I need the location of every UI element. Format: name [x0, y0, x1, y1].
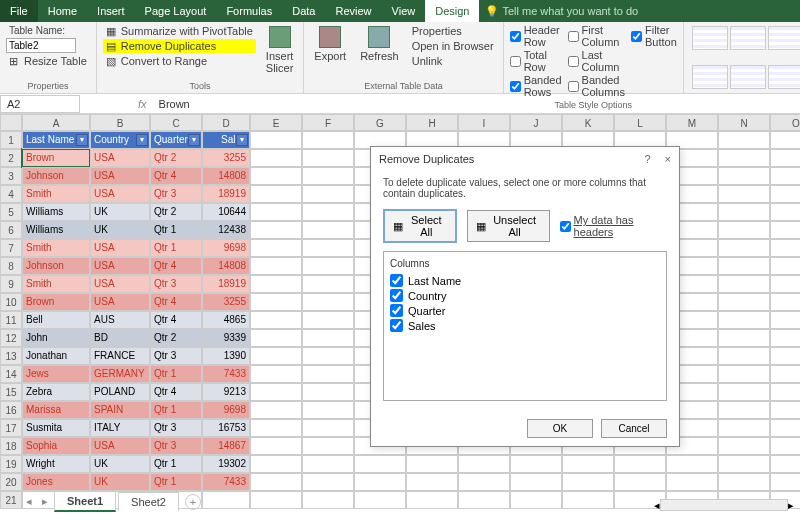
cell[interactable]: USA — [90, 257, 150, 275]
column-checkbox-item[interactable]: Country — [390, 288, 660, 303]
cell[interactable]: USA — [90, 149, 150, 167]
cell[interactable]: Jones — [22, 473, 90, 491]
cell[interactable] — [302, 257, 354, 275]
header-row-check[interactable]: Header Row — [510, 24, 562, 48]
cell[interactable] — [770, 401, 800, 419]
col-header[interactable]: J — [510, 114, 562, 131]
cell[interactable]: 14808 — [202, 257, 250, 275]
export-button[interactable]: Export — [310, 24, 350, 79]
cell[interactable]: Qtr 3 — [150, 275, 202, 293]
cell[interactable]: Qtr 1 — [150, 473, 202, 491]
refresh-button[interactable]: Refresh — [356, 24, 403, 79]
tab-file[interactable]: File — [0, 0, 38, 22]
cell[interactable]: 19302 — [202, 455, 250, 473]
cell[interactable]: 9698 — [202, 401, 250, 419]
cell[interactable] — [302, 491, 354, 509]
tab-formulas[interactable]: Formulas — [216, 0, 282, 22]
total-row-check[interactable]: Total Row — [510, 49, 562, 73]
filter-dropdown-icon[interactable]: ▾ — [136, 134, 148, 146]
cell[interactable] — [202, 491, 250, 509]
cell[interactable] — [770, 203, 800, 221]
cell[interactable] — [250, 239, 302, 257]
cell[interactable]: Qtr 2 — [150, 203, 202, 221]
row-header[interactable]: 19 — [0, 455, 22, 473]
cell[interactable] — [770, 167, 800, 185]
horizontal-scrollbar[interactable]: ◂▸ — [654, 498, 794, 512]
cell[interactable]: Brown — [22, 293, 90, 311]
row-header[interactable]: 9 — [0, 275, 22, 293]
cell[interactable] — [354, 491, 406, 509]
cell[interactable] — [302, 311, 354, 329]
cell[interactable]: Qtr 3 — [150, 419, 202, 437]
resize-table-button[interactable]: ⊞Resize Table — [6, 54, 90, 68]
col-header[interactable]: A — [22, 114, 90, 131]
dialog-help-button[interactable]: ? — [644, 153, 650, 165]
cell[interactable]: BD — [90, 329, 150, 347]
cell[interactable]: Qtr 1 — [150, 239, 202, 257]
cell[interactable] — [666, 455, 718, 473]
cell[interactable]: Smith — [22, 185, 90, 203]
convert-range-button[interactable]: ▧Convert to Range — [103, 54, 256, 68]
cell[interactable] — [510, 455, 562, 473]
cell[interactable]: Jonathan — [22, 347, 90, 365]
dialog-close-button[interactable]: × — [665, 153, 671, 165]
cell[interactable] — [302, 221, 354, 239]
cell[interactable] — [302, 383, 354, 401]
cell[interactable] — [718, 311, 770, 329]
cell[interactable]: Jews — [22, 365, 90, 383]
cell[interactable] — [250, 329, 302, 347]
row-header[interactable]: 20 — [0, 473, 22, 491]
new-sheet-button[interactable]: + — [185, 494, 201, 510]
cell[interactable] — [718, 437, 770, 455]
cell[interactable]: Qtr 4 — [150, 293, 202, 311]
cell[interactable] — [666, 473, 718, 491]
cell[interactable] — [302, 149, 354, 167]
ok-button[interactable]: OK — [527, 419, 593, 438]
cell[interactable] — [250, 311, 302, 329]
cell[interactable] — [562, 455, 614, 473]
cell[interactable]: GERMANY — [90, 365, 150, 383]
name-box[interactable]: A2 — [0, 95, 80, 113]
scroll-right-icon[interactable]: ▸ — [788, 499, 794, 512]
col-header[interactable]: D — [202, 114, 250, 131]
cell[interactable] — [302, 131, 354, 149]
cell[interactable]: Susmita — [22, 419, 90, 437]
table-style-swatch[interactable] — [692, 65, 728, 89]
tab-view[interactable]: View — [382, 0, 426, 22]
cell[interactable] — [718, 221, 770, 239]
cell[interactable] — [770, 239, 800, 257]
cell[interactable]: Qtr 1 — [150, 401, 202, 419]
cell[interactable] — [302, 293, 354, 311]
cancel-button[interactable]: Cancel — [601, 419, 667, 438]
row-header[interactable]: 3 — [0, 167, 22, 185]
cell[interactable] — [458, 455, 510, 473]
cell[interactable] — [770, 437, 800, 455]
table-style-swatch[interactable] — [730, 65, 766, 89]
cell[interactable]: USA — [90, 275, 150, 293]
cell[interactable]: Qtr 1 — [150, 221, 202, 239]
cell[interactable] — [718, 419, 770, 437]
column-checkbox-item[interactable]: Last Name — [390, 273, 660, 288]
row-header[interactable]: 2 — [0, 149, 22, 167]
last-col-check[interactable]: Last Column — [568, 49, 625, 73]
cell[interactable]: Smith — [22, 239, 90, 257]
cell[interactable]: SPAIN — [90, 401, 150, 419]
cell[interactable]: 18919 — [202, 275, 250, 293]
tab-page-layout[interactable]: Page Layout — [135, 0, 217, 22]
cell[interactable] — [718, 185, 770, 203]
cell[interactable] — [250, 383, 302, 401]
cell[interactable] — [614, 455, 666, 473]
cell[interactable] — [718, 149, 770, 167]
cell[interactable] — [406, 455, 458, 473]
cell[interactable] — [302, 185, 354, 203]
cell[interactable] — [250, 203, 302, 221]
row-header[interactable]: 12 — [0, 329, 22, 347]
sheet-nav-prev-icon[interactable]: ◂ — [22, 495, 36, 508]
cell[interactable] — [718, 203, 770, 221]
tab-home[interactable]: Home — [38, 0, 87, 22]
cell[interactable]: Qtr 1 — [150, 365, 202, 383]
row-header[interactable]: 8 — [0, 257, 22, 275]
col-header[interactable]: K — [562, 114, 614, 131]
cell[interactable] — [770, 347, 800, 365]
cell[interactable] — [302, 365, 354, 383]
